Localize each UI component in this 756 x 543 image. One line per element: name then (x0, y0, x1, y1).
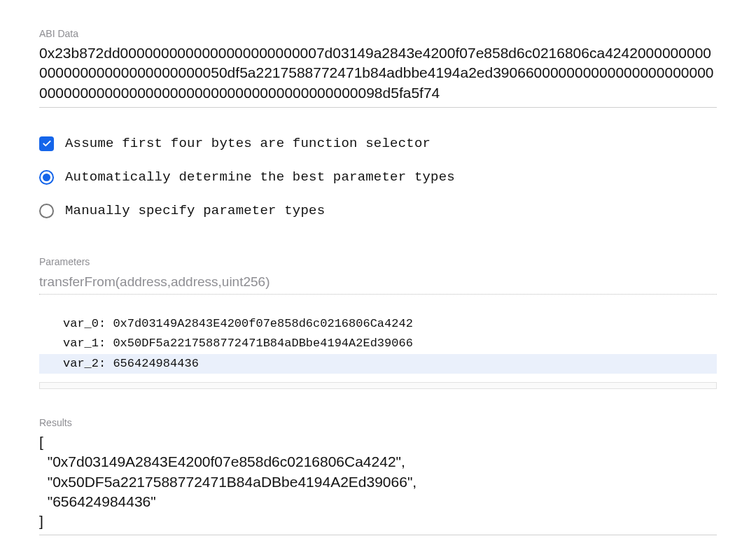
radio-selected-icon (39, 170, 54, 185)
decoded-variable-row: var_1: 0x50DF5a2217588772471B84aDBbe4194… (39, 334, 717, 353)
abi-data-input[interactable]: 0x23b872dd0000000000000000000000007d0314… (39, 43, 717, 108)
parameters-input[interactable]: transferFrom(address,address,uint256) (39, 272, 717, 295)
option-assume-selector-label: Assume first four bytes are function sel… (65, 136, 430, 151)
option-auto-types-label: Automatically determine the best paramet… (65, 169, 455, 185)
decoded-variable-row: var_2: 656424984436 (39, 354, 717, 374)
options-group: Assume first four bytes are function sel… (39, 136, 717, 218)
abi-data-label: ABI Data (39, 28, 717, 39)
option-auto-types[interactable]: Automatically determine the best paramet… (39, 169, 717, 185)
checkbox-icon (39, 136, 54, 151)
results-label: Results (39, 417, 717, 428)
option-assume-selector[interactable]: Assume first four bytes are function sel… (39, 136, 717, 151)
abi-data-section: ABI Data 0x23b872dd000000000000000000000… (39, 28, 717, 108)
parameters-section: Parameters transferFrom(address,address,… (39, 256, 717, 389)
radio-unselected-icon (39, 204, 54, 218)
parameters-label: Parameters (39, 256, 717, 267)
option-manual-types[interactable]: Manually specify parameter types (39, 203, 717, 218)
section-divider (39, 382, 717, 389)
decoded-variables: var_0: 0x7d03149A2843E4200f07e858d6c0216… (39, 314, 717, 374)
option-manual-types-label: Manually specify parameter types (65, 203, 325, 218)
results-section: Results [ "0x7d03149A2843E4200f07e858d6c… (39, 417, 717, 535)
results-output: [ "0x7d03149A2843E4200f07e858d6c0216806C… (39, 432, 717, 535)
decoded-variable-row: var_0: 0x7d03149A2843E4200f07e858d6c0216… (39, 314, 717, 334)
